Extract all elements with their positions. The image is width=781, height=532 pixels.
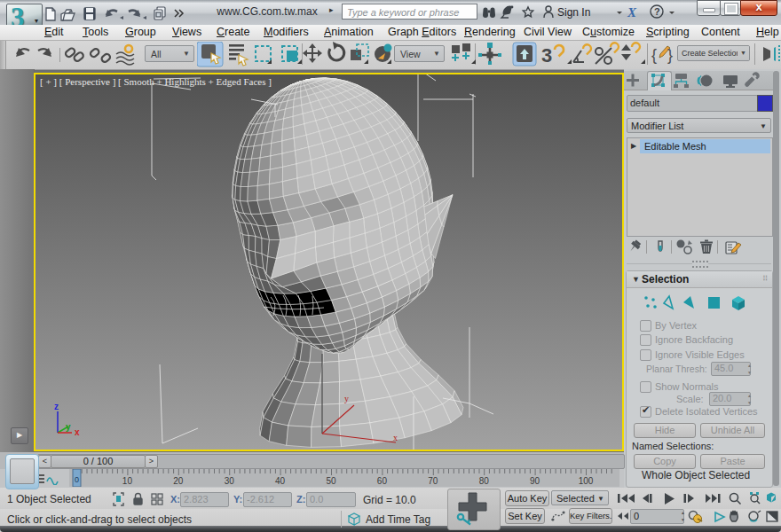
svg-text:70: 70 — [428, 476, 438, 486]
svg-text:X: X — [627, 5, 637, 20]
svg-text:Sign In: Sign In — [557, 6, 590, 19]
svg-text:z: z — [54, 402, 59, 411]
svg-text:50: 50 — [326, 476, 336, 486]
svg-text:y: y — [66, 422, 71, 432]
svg-text:40: 40 — [275, 476, 286, 486]
svg-text:0: 0 — [75, 475, 79, 484]
svg-text:?: ? — [654, 6, 660, 17]
svg-text:80: 80 — [479, 476, 490, 486]
svg-text:x: x — [75, 427, 80, 437]
svg-text:30: 30 — [225, 476, 235, 486]
svg-text:x: x — [393, 433, 398, 442]
svg-text:60: 60 — [377, 476, 388, 486]
svg-text:z: z — [320, 343, 323, 351]
svg-text:100: 100 — [579, 476, 594, 486]
svg-text:90: 90 — [530, 476, 540, 486]
svg-text:10: 10 — [122, 476, 133, 486]
svg-text:20: 20 — [173, 476, 184, 486]
svg-text:y: y — [344, 394, 349, 403]
